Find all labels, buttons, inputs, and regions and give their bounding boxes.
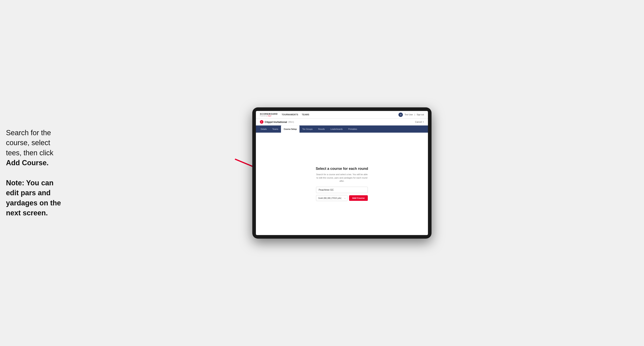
tablet-screen: SCOREBOARD Powered by clippd TOURNAMENTS… xyxy=(256,111,428,235)
tournament-title: C Clippd Invitational (Men) xyxy=(260,120,294,124)
user-avatar: U xyxy=(398,113,403,117)
tab-printables[interactable]: Printables xyxy=(346,126,360,133)
tee-select-container: Gold (M) (M) (7010 yds) xyxy=(316,195,348,201)
main-content: Select a course for each round Search fo… xyxy=(256,133,428,235)
user-name: Test User xyxy=(404,114,413,116)
sign-out-link[interactable]: Sign out xyxy=(416,114,424,116)
nav-tournaments[interactable]: TOURNAMENTS xyxy=(282,114,298,116)
course-search-input[interactable] xyxy=(316,187,368,193)
tournament-header: C Clippd Invitational (Men) Cancel × xyxy=(256,119,428,126)
brand-logo: SCOREBOARD Powered by clippd xyxy=(260,113,278,117)
tab-bar: Details Teams Course Setup Tee Groups Re… xyxy=(256,126,428,133)
tab-details[interactable]: Details xyxy=(258,126,270,133)
annotation-text: Search for the course, select tees, then… xyxy=(6,128,62,218)
tab-results[interactable]: Results xyxy=(316,126,328,133)
top-nav-links: TOURNAMENTS TEAMS xyxy=(282,114,309,116)
tab-teams[interactable]: Teams xyxy=(270,126,281,133)
brand-name: SCOREBOARD xyxy=(260,113,278,115)
tablet-device: SCOREBOARD Powered by clippd TOURNAMENTS… xyxy=(252,107,432,239)
tab-tee-groups[interactable]: Tee Groups xyxy=(300,126,316,133)
nav-separator: | xyxy=(414,114,415,116)
tee-select-wrap: Gold (M) (M) (7010 yds) Add Course xyxy=(316,195,368,201)
tee-select[interactable]: Gold (M) (M) (7010 yds) xyxy=(316,195,348,201)
tournament-icon: C xyxy=(260,120,264,124)
powered-by: Powered by clippd xyxy=(260,115,278,117)
section-title: Select a course for each round xyxy=(316,167,368,171)
course-search-wrap xyxy=(316,187,368,193)
tournament-name: Clippd Invitational xyxy=(265,121,287,124)
brand-area: SCOREBOARD Powered by clippd TOURNAMENTS… xyxy=(260,113,309,117)
tab-course-setup[interactable]: Course Setup xyxy=(281,126,300,133)
cancel-button[interactable]: Cancel × xyxy=(415,121,424,123)
add-course-button[interactable]: Add Course xyxy=(349,195,368,201)
nav-teams[interactable]: TEAMS xyxy=(302,114,310,116)
tournament-type: (Men) xyxy=(288,121,294,123)
tab-leaderboards[interactable]: Leaderboards xyxy=(328,126,346,133)
top-navigation: SCOREBOARD Powered by clippd TOURNAMENTS… xyxy=(256,111,428,119)
top-nav-right: U Test User | Sign out xyxy=(398,113,424,117)
section-description: Search for a course and select a tee. Yo… xyxy=(316,173,368,183)
